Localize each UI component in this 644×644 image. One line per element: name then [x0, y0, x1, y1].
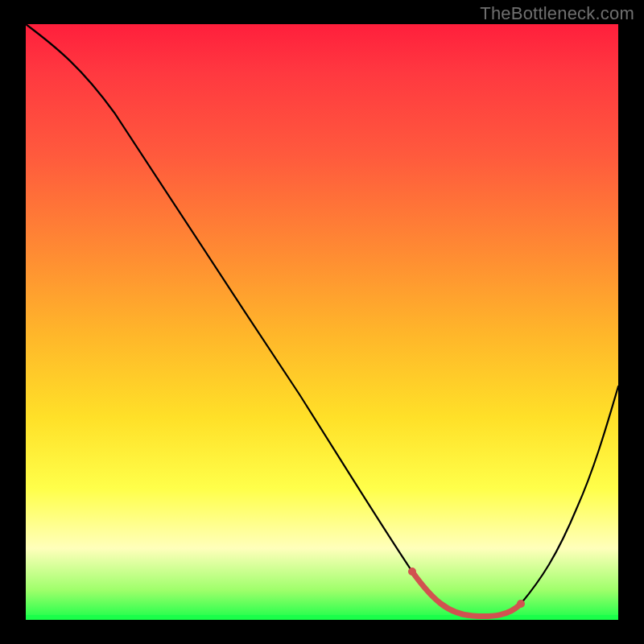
chart-container: TheBottleneck.com	[0, 0, 644, 644]
highlight-dot-right	[517, 600, 525, 608]
bottleneck-curve	[26, 24, 618, 617]
highlight-minimum	[412, 572, 521, 617]
curve-svg	[26, 24, 618, 620]
plot-area	[26, 24, 618, 620]
watermark-label: TheBottleneck.com	[480, 3, 634, 24]
highlight-dot-left	[408, 568, 416, 576]
